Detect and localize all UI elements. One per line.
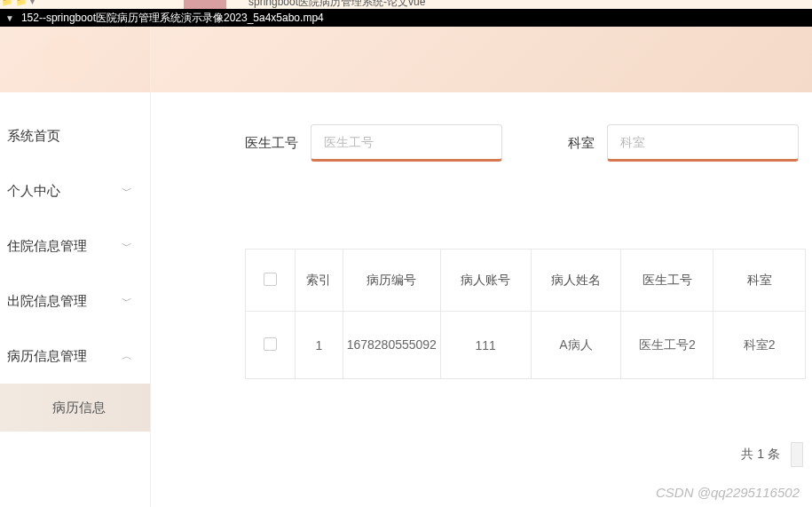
menu-label: 个人中心 [7, 183, 60, 200]
menu-records[interactable]: 病历信息管理 ︿ [0, 329, 150, 384]
sidebar: 系统首页 个人中心 ﹀ 住院信息管理 ﹀ 出院信息管理 ﹀ 病历信息管理 ︿ 病… [0, 27, 151, 507]
sidebar-header [0, 27, 150, 92]
search-dept-group: 科室 [568, 124, 799, 162]
dept-input[interactable] [607, 124, 799, 162]
records-table: 索引 病历编号 病人账号 病人姓名 医生工号 科室 1 167828055509… [245, 249, 806, 379]
back-arrow-icon[interactable]: ▼ [5, 13, 14, 23]
pagination: 共 1 条 [741, 442, 803, 467]
chevron-up-icon: ︿ [122, 349, 132, 364]
pagination-total: 共 1 条 [741, 447, 780, 463]
titlebar: ▼ 152--springboot医院病历管理系统演示录像2023_5a4x5a… [0, 9, 812, 27]
row-checkbox[interactable] [264, 337, 277, 351]
menu-label: 住院信息管理 [7, 238, 87, 255]
cell-patient-name: A病人 [531, 312, 621, 379]
cell-department: 科室2 [713, 312, 806, 379]
cell-checkbox [246, 312, 296, 379]
menu-home[interactable]: 系统首页 [0, 108, 150, 163]
tab-button[interactable] [184, 0, 226, 9]
dept-label: 科室 [568, 135, 595, 152]
search-bar: 医生工号 科室 [151, 92, 812, 162]
folder-icons: 📁📁▾ [2, 0, 38, 6]
menu-label: 系统首页 [7, 128, 60, 145]
table-header-row: 索引 病历编号 病人账号 病人姓名 医生工号 科室 [246, 250, 806, 312]
page-button[interactable] [791, 442, 803, 467]
menu-discharge[interactable]: 出院信息管理 ﹀ [0, 273, 150, 329]
doctor-label: 医生工号 [245, 135, 298, 152]
menu-label: 出院信息管理 [7, 293, 87, 310]
chevron-down-icon: ﹀ [122, 239, 132, 254]
header-department: 科室 [713, 250, 806, 312]
menu-personal[interactable]: 个人中心 ﹀ [0, 163, 150, 218]
cell-record-code: 1678280555092 [343, 312, 440, 379]
checkbox-all[interactable] [264, 273, 277, 286]
header-patient-name: 病人姓名 [531, 250, 621, 312]
cell-doctor-id: 医生工号2 [621, 312, 713, 379]
menu: 系统首页 个人中心 ﹀ 住院信息管理 ﹀ 出院信息管理 ﹀ 病历信息管理 ︿ 病… [0, 92, 150, 432]
cell-patient-account: 111 [440, 312, 531, 379]
header-checkbox [246, 250, 296, 312]
menu-label: 病历信息管理 [7, 348, 87, 365]
cell-index: 1 [295, 312, 343, 379]
titlebar-filename: 152--springboot医院病历管理系统演示录像2023_5a4x5abo… [21, 11, 324, 26]
chevron-down-icon: ﹀ [122, 294, 132, 309]
header-patient-account: 病人账号 [440, 250, 531, 312]
tab-text: springboot医院病历管理系统-论文vue [248, 0, 425, 9]
window-tab-bar: 📁📁▾ springboot医院病历管理系统-论文vue [0, 0, 812, 9]
header-index: 索引 [295, 250, 343, 312]
avatar[interactable] [43, 36, 91, 83]
table-row[interactable]: 1 1678280555092 111 A病人 医生工号2 科室2 [246, 312, 806, 379]
chevron-down-icon: ﹀ [122, 184, 132, 199]
header-doctor-id: 医生工号 [621, 250, 713, 312]
submenu-label: 病历信息 [52, 400, 106, 416]
search-doctor-group: 医生工号 [245, 124, 502, 162]
header-record-code: 病历编号 [343, 250, 440, 312]
content-header [151, 27, 812, 92]
submenu-records-info[interactable]: 病历信息 [0, 384, 150, 432]
table-container: 索引 病历编号 病人账号 病人姓名 医生工号 科室 1 167828055509… [245, 249, 812, 379]
doctor-input[interactable] [311, 124, 502, 162]
content: 医生工号 科室 索引 病历编号 病人账号 病人姓名 医生工号 [151, 27, 812, 507]
menu-admission[interactable]: 住院信息管理 ﹀ [0, 218, 150, 273]
watermark: CSDN @qq2295116502 [656, 485, 800, 500]
